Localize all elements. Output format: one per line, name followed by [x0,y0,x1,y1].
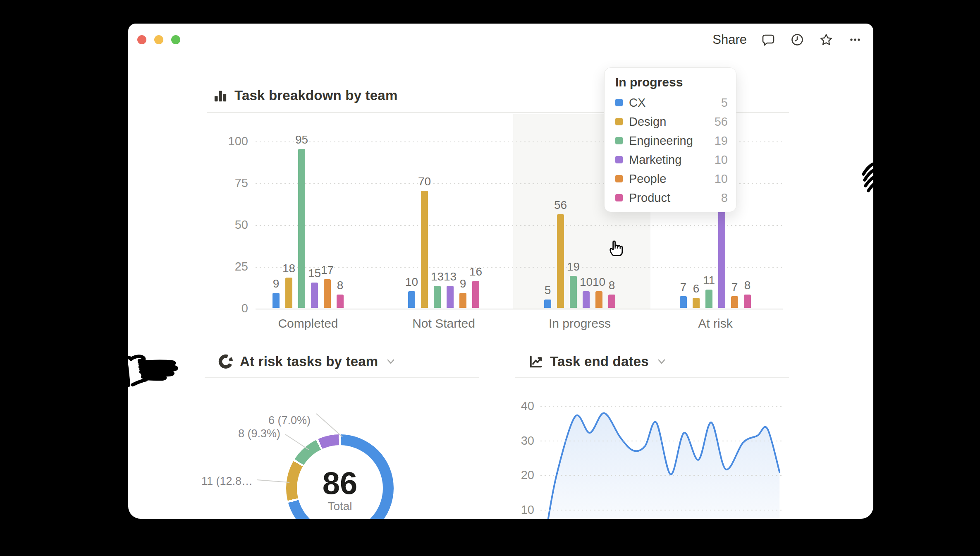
more-options-icon[interactable] [848,32,863,47]
y-tick-label: 20 [489,468,534,482]
app-window: Share Task breakdown by team 9189515178C… [128,24,873,519]
bar-value-label: 8 [602,279,621,292]
legend-swatch-marketing [615,156,623,163]
bar-value-label: 8 [331,279,350,292]
area-fill [545,413,779,519]
bar-product[interactable] [608,295,615,308]
area-chart-plot[interactable] [519,397,792,519]
bar-value-label: 18 [280,262,299,275]
bar-people[interactable] [595,291,602,308]
bar-marketing[interactable] [447,286,454,308]
star-icon[interactable] [819,32,834,47]
bar-marketing[interactable] [311,283,318,308]
bar-value-label: 8 [738,279,757,292]
tooltip-row: CX5 [605,93,736,112]
topbar-actions: Share [712,32,863,47]
tooltip-row-value: 5 [721,96,728,110]
bar-chart-title: Task breakdown by team [234,88,397,103]
donut-title-row[interactable]: At risk tasks by team [218,354,396,369]
bar-product[interactable] [744,295,751,308]
bar-chart-title-row: Task breakdown by team [213,88,397,103]
bar-value-label: 11 [700,274,719,287]
tooltip-row: Engineering19 [605,131,736,150]
bar-engineering[interactable] [298,149,305,308]
bar-value-label: 9 [454,277,473,290]
bar-engineering[interactable] [434,286,441,308]
zoom-window-button[interactable] [171,35,180,44]
close-window-button[interactable] [137,35,146,44]
donut-callout: 8 (9.3%) [198,427,280,440]
hand-cursor [606,237,625,257]
hand-doodle-left [114,347,184,392]
bar-chart-icon [213,88,228,103]
bar-engineering[interactable] [570,276,577,308]
bar-cx[interactable] [680,296,687,308]
scribble-doodle-right [857,162,877,195]
y-tick-label: 0 [202,302,248,315]
area-chart-title: Task end dates [550,354,649,369]
bar-design[interactable] [421,191,428,308]
comments-icon[interactable] [761,32,776,47]
share-button[interactable]: Share [712,32,747,47]
tooltip-row: Marketing10 [605,150,736,169]
divider [205,377,479,378]
legend-swatch-product [615,194,623,201]
tooltip-row-value: 10 [715,153,728,167]
category-label: In progress [543,316,617,331]
tooltip-row-label: CX [629,96,645,110]
bar-value-label: 70 [415,175,434,188]
bar-people[interactable] [731,296,738,308]
category-label: Not Started [406,316,481,331]
bar-value-label: 10 [402,276,421,289]
tooltip-row: Design56 [605,112,736,131]
bar-group-not-started: 10701313916 [408,141,479,309]
donut-chart-title: At risk tasks by team [240,354,378,369]
grid-line [540,406,783,407]
chevron-down-icon[interactable] [385,356,396,367]
bar-marketing[interactable] [583,291,590,308]
x-axis-line [256,309,783,309]
category-label: Completed [271,316,345,331]
bar-value-label: 19 [564,260,583,273]
category-label: At risk [678,316,753,331]
chevron-down-icon[interactable] [656,356,667,367]
tooltip-row-label: Engineering [629,134,693,148]
bar-design[interactable] [557,214,564,308]
bar-people[interactable] [459,293,466,308]
grid-line [540,475,783,476]
tooltip-row-value: 56 [715,115,728,129]
bar-cx[interactable] [408,291,415,308]
bar-value-label: 9 [267,277,286,290]
bar-design[interactable] [285,278,292,308]
divider [515,377,789,378]
bar-product[interactable] [472,281,479,308]
bar-design[interactable] [693,298,700,308]
bar-marketing[interactable] [718,208,725,308]
bar-value-label: 56 [551,199,570,212]
bar-value-label: 17 [318,264,337,277]
bar-product[interactable] [337,295,344,308]
y-tick-label: 25 [202,260,248,273]
bar-engineering[interactable] [705,290,712,308]
bar-group-completed: 9189515178 [272,141,344,309]
bar-cx[interactable] [272,293,280,308]
tooltip-title: In progress [615,75,683,89]
donut-callout: 11 (12.8… [170,475,253,488]
y-tick-label: 50 [202,218,248,232]
donut-chart-icon [218,354,233,369]
y-tick-label: 30 [489,434,534,448]
tooltip-row-value: 8 [721,191,728,205]
bar-cx[interactable] [544,300,551,308]
legend-swatch-people [615,175,623,182]
bar-people[interactable] [324,279,331,308]
area-title-row[interactable]: Task end dates [528,354,667,369]
tooltip-rows: CX5Design56Engineering19Marketing10Peopl… [605,93,736,207]
chart-tooltip: In progress CX5Design56Engineering19Mark… [604,67,736,212]
donut-callout: 6 (7.0%) [228,414,311,427]
y-tick-label: 40 [489,399,534,413]
tooltip-row-label: People [629,172,666,186]
clock-icon[interactable] [790,32,805,47]
bar-value-label: 5 [538,284,557,297]
minimize-window-button[interactable] [154,35,163,44]
tooltip-row-value: 19 [715,134,728,148]
